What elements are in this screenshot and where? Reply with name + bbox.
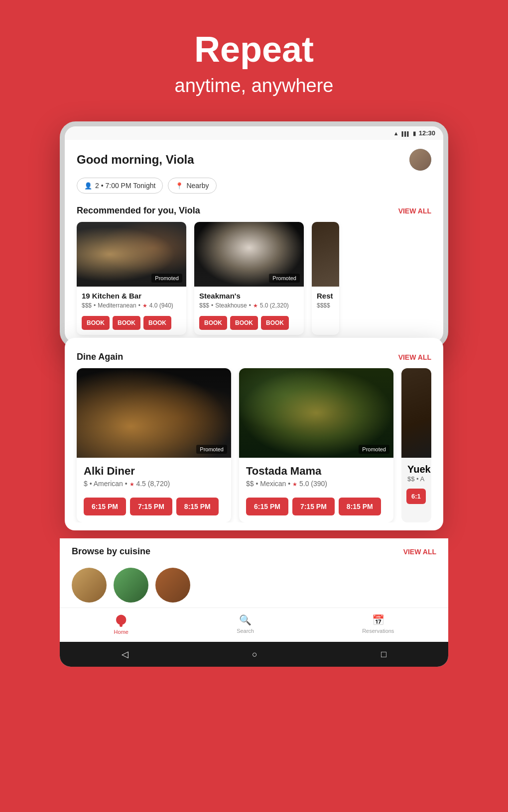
yuek-image (401, 368, 431, 458)
kitchen-bar-image: Promoted (77, 222, 186, 287)
android-back-button[interactable]: ◁ (122, 649, 128, 660)
alki-time-1[interactable]: 6:15 PM (84, 498, 126, 515)
home-nav-icon-wrapper: ⬤ (116, 613, 127, 627)
guests-label: 2 • 7:00 PM Tonight (95, 182, 155, 190)
kitchen-bar-time-1[interactable]: BOOK (82, 316, 110, 330)
cuisine-item-2[interactable] (114, 568, 148, 603)
search-nav-label: Search (237, 628, 254, 634)
steakman-image: Promoted (194, 222, 304, 287)
kitchen-bar-meta: $$$ • Mediterranean • ★ 4.0 (940) (82, 302, 181, 309)
cuisine-image-2 (114, 568, 148, 603)
partial-card-name: Rest (317, 292, 334, 300)
avatar[interactable] (409, 149, 431, 171)
home-nav-label: Home (114, 629, 128, 635)
nav-item-reservations[interactable]: 📅 Reservations (362, 614, 394, 634)
location-label: Nearby (186, 182, 209, 190)
steakman-cuisine: Steakhouse (215, 302, 247, 309)
steakman-time-2[interactable]: BOOK (230, 316, 258, 330)
restaurant-card-kitchen-bar[interactable]: Promoted 19 Kitchen & Bar $$$ • Mediterr… (77, 222, 186, 335)
dine-again-card: Dine Again VIEW ALL Promoted Alki Diner (65, 338, 443, 530)
recommended-title: Recommended for you, Viola (77, 205, 200, 216)
browse-section-header: Browse by cuisine VIEW ALL (60, 538, 448, 563)
bottom-nav: ⬤ Home 🔍 Search 📅 Reservations (60, 608, 448, 642)
guests-filter-pill[interactable]: 👤 2 • 7:00 PM Tonight (77, 178, 163, 194)
promoted-badge-1: Promoted (151, 274, 182, 283)
restaurant-card-tostada[interactable]: Promoted Tostada Mama $$ • Mexican • ★ 5… (239, 368, 393, 522)
dine-again-title: Dine Again (77, 352, 123, 362)
restaurant-card-steakman[interactable]: Promoted Steakman's $$$ • Steakhouse • ★… (194, 222, 304, 335)
tostada-time-slots: 6:15 PM 7:15 PM 8:15 PM (239, 498, 393, 522)
steakman-time-1[interactable]: BOOK (199, 316, 227, 330)
kitchen-bar-rating: 4.0 (940) (149, 302, 173, 309)
reservations-nav-label: Reservations (362, 628, 394, 634)
steakman-info: Steakman's $$$ • Steakhouse • ★ 5.0 (2,3… (194, 287, 304, 313)
alki-star: ★ (129, 481, 134, 487)
yuek-meta: $$ • A (407, 475, 425, 483)
star-icon: ★ (142, 303, 147, 309)
hero-subtitle: anytime, anywhere (10, 75, 498, 97)
steakman-price: $$$ (199, 302, 209, 309)
restaurant-card-yuek-partial: Yuek $$ • A 6:1 (401, 368, 431, 522)
dine-again-floating-section: Dine Again VIEW ALL Promoted Alki Diner (60, 338, 448, 667)
steakman-time-3[interactable]: BOOK (261, 316, 289, 330)
yuek-food-photo (401, 368, 431, 458)
tostada-time-3[interactable]: 8:15 PM (339, 498, 381, 515)
android-home-button[interactable]: ○ (252, 649, 257, 660)
android-nav-bar: ◁ ○ □ (60, 642, 448, 667)
kitchen-bar-cuisine: Mediterranean (98, 302, 136, 309)
tostada-time-2[interactable]: 7:15 PM (292, 498, 335, 515)
signal-icon (402, 129, 410, 137)
search-nav-icon: 🔍 (239, 614, 252, 626)
clock: 12:30 (419, 129, 435, 137)
cuisine-item-3[interactable] (155, 568, 190, 603)
alki-info: Alki Diner $ • American • ★ 4.5 (8,720) (77, 458, 231, 498)
tostada-image: Promoted (239, 368, 393, 458)
partial-card-info: Rest $$$$ (312, 287, 339, 313)
kitchen-bar-name: 19 Kitchen & Bar (82, 292, 181, 300)
kitchen-bar-time-slots: BOOK BOOK BOOK (77, 313, 186, 335)
app-screen: Good morning, Viola 👤 2 • 7:00 PM Tonigh… (65, 140, 443, 343)
alki-time-slots: 6:15 PM 7:15 PM 8:15 PM (77, 498, 231, 522)
kitchen-bar-time-3[interactable]: BOOK (143, 316, 171, 330)
recommended-section-header: Recommended for you, Viola VIEW ALL (65, 202, 443, 222)
status-bar: 12:30 (65, 126, 443, 140)
app-bottom-section: Browse by cuisine VIEW ALL (60, 538, 448, 667)
alki-time-3[interactable]: 8:15 PM (176, 498, 219, 515)
tostada-food-photo (239, 368, 393, 458)
steakman-time-slots: BOOK BOOK BOOK (194, 313, 304, 335)
nav-item-home[interactable]: ⬤ Home (114, 613, 128, 635)
avatar-image (409, 149, 431, 171)
alki-promoted-badge: Promoted (196, 445, 227, 454)
location-pin-icon: 📍 (175, 182, 183, 190)
yuek-time: 6:1 (401, 489, 431, 509)
restaurant-scroll: Promoted 19 Kitchen & Bar $$$ • Mediterr… (65, 222, 443, 343)
browse-view-all[interactable]: VIEW ALL (403, 548, 436, 556)
cuisine-scroll (60, 563, 448, 608)
alki-image: Promoted (77, 368, 231, 458)
reservations-nav-icon: 📅 (372, 614, 384, 626)
tablet-frame: 12:30 Good morning, Viola 👤 2 • 7:00 PM … (60, 121, 448, 348)
alki-food-photo (77, 368, 231, 458)
tostada-info: Tostada Mama $$ • Mexican • ★ 5.0 (390) (239, 458, 393, 498)
filter-row: 👤 2 • 7:00 PM Tonight 📍 Nearby (65, 178, 443, 202)
android-recents-button[interactable]: □ (381, 649, 386, 660)
dine-again-view-all[interactable]: VIEW ALL (398, 353, 431, 361)
yuek-time-1[interactable]: 6:1 (406, 489, 426, 504)
kitchen-bar-time-2[interactable]: BOOK (113, 316, 140, 330)
cuisine-image-3 (155, 568, 190, 603)
recommended-view-all[interactable]: VIEW ALL (398, 207, 431, 215)
nav-item-search[interactable]: 🔍 Search (237, 614, 254, 634)
tostada-star: ★ (292, 481, 297, 487)
star-icon-2: ★ (253, 303, 258, 309)
greeting-text: Good morning, Viola (77, 153, 194, 167)
tostada-time-1[interactable]: 6:15 PM (246, 498, 288, 515)
yuek-info: Yuek $$ • A (401, 458, 431, 489)
alki-time-2[interactable]: 7:15 PM (130, 498, 172, 515)
home-active-dot (120, 624, 123, 627)
location-filter-pill[interactable]: 📍 Nearby (168, 178, 216, 194)
cuisine-item-1[interactable] (72, 568, 107, 603)
partial-food-photo (312, 222, 339, 287)
yuek-name: Yuek (407, 464, 425, 475)
restaurant-card-alki[interactable]: Promoted Alki Diner $ • American • ★ 4.5… (77, 368, 231, 522)
cuisine-image-1 (72, 568, 107, 603)
